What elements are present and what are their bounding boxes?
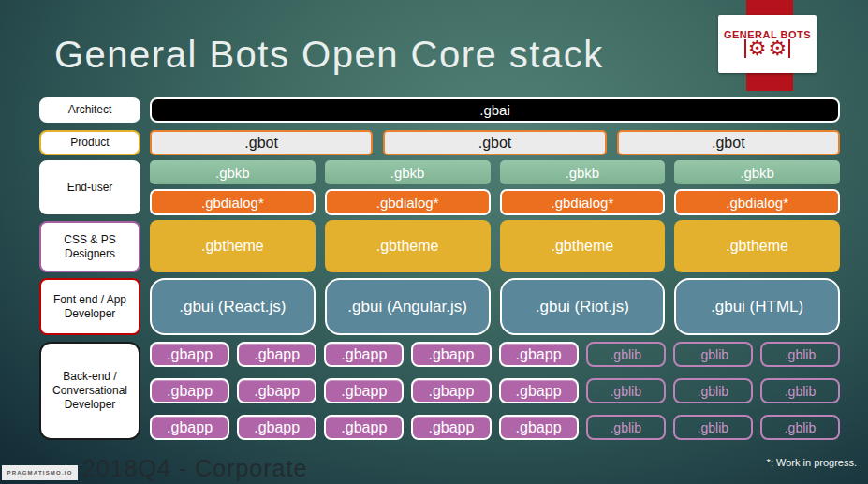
gbkb-row: .gbkb.gbkb.gbkb.gbkb: [150, 160, 840, 184]
gear-bar-left-icon: [744, 39, 746, 58]
gbkb-box: .gbkb: [674, 160, 840, 184]
gblib-box: .gblib: [586, 342, 666, 367]
gbtheme-box: .gbtheme: [150, 220, 316, 272]
gbui-box: .gbui (Angular.js): [325, 278, 491, 335]
gblib-box: .gblib: [586, 378, 666, 403]
gbdialog-box: .gbdialog*: [674, 189, 840, 215]
gbapp-box: .gbapp: [150, 415, 229, 440]
gbapp-row-1: .gbapp.gbapp.gbapp.gbapp.gbapp.gblib.gbl…: [150, 342, 840, 367]
gbui-box: .gbui (React.js): [150, 278, 316, 335]
gbot-row: .gbot.gbot.gbot: [150, 130, 840, 155]
gbkb-box: .gbkb: [500, 160, 666, 184]
gbdialog-box: .gbdialog*: [150, 189, 316, 215]
work-in-progress-note: *: Work in progress.: [767, 457, 857, 468]
gbapp-box: .gbapp: [411, 415, 491, 440]
gbapp-box: .gbapp: [499, 378, 579, 403]
gbui-box: .gbui (HTML): [674, 278, 840, 335]
footer-caption: 2018Q4 - Corporate: [82, 455, 307, 482]
gbapp-box: .gbapp: [411, 378, 491, 403]
gbdialog-row: .gbdialog*.gbdialog*.gbdialog*.gbdialog*: [150, 189, 840, 215]
general-bots-logo: GENERAL BOTS ⚙⚙: [718, 15, 817, 73]
gbapp-box: .gbapp: [324, 378, 404, 403]
gear-icon: ⚙: [748, 38, 767, 59]
gbapp-box: .gbapp: [150, 378, 229, 403]
role-label-frontend-app-developer: Font end / App Developer: [39, 278, 140, 335]
gbkb-box: .gbkb: [150, 160, 316, 184]
gblib-box: .gblib: [673, 342, 753, 367]
gbapp-box: .gbapp: [411, 342, 491, 367]
gblib-box: .gblib: [760, 342, 840, 367]
gbdialog-box: .gbdialog*: [500, 189, 666, 215]
gbai-row: .gbai: [150, 97, 840, 123]
role-label-end-user: End-user: [39, 160, 140, 214]
gbapp-box: .gbapp: [499, 415, 579, 440]
gbot-box: .gbot: [383, 130, 606, 155]
gbdialog-box: .gbdialog*: [325, 189, 491, 215]
gbtheme-row: .gbtheme.gbtheme.gbtheme.gbtheme: [150, 220, 840, 272]
gear-bar-right-icon: [788, 39, 790, 58]
role-label-backend-conversational-developer: Back-end / Conversational Developer: [39, 342, 140, 440]
gbapp-box: .gbapp: [499, 342, 579, 367]
gblib-box: .gblib: [673, 415, 753, 440]
role-label-css-ps-designers: CSS & PS Designers: [39, 221, 140, 272]
gbtheme-box: .gbtheme: [325, 220, 491, 272]
gbui-row: .gbui (React.js).gbui (Angular.js).gbui …: [150, 278, 840, 335]
pragmatismo-logo: PRAGMATISMO.IO: [2, 465, 78, 480]
gbapp-row-3: .gbapp.gbapp.gbapp.gbapp.gbapp.gblib.gbl…: [150, 415, 840, 440]
role-label-architect: Architect: [39, 97, 140, 123]
slide: GENERAL BOTS ⚙⚙ General Bots Open Core s…: [0, 0, 868, 484]
gblib-box: .gblib: [760, 378, 840, 403]
page-title: General Bots Open Core stack: [54, 34, 604, 76]
gbai-box: .gbai: [150, 97, 840, 123]
gbapp-box: .gbapp: [237, 415, 316, 440]
gbapp-box: .gbapp: [150, 342, 229, 367]
gbtheme-box: .gbtheme: [674, 220, 840, 272]
gbui-box: .gbui (Riot.js): [500, 278, 666, 335]
gbapp-box: .gbapp: [324, 415, 404, 440]
role-label-product: Product: [39, 130, 140, 155]
gbot-box: .gbot: [617, 130, 840, 155]
gbapp-box: .gbapp: [237, 378, 316, 403]
gbapp-row-2: .gbapp.gbapp.gbapp.gbapp.gbapp.gblib.gbl…: [150, 378, 840, 403]
gblib-box: .gblib: [673, 378, 753, 403]
gblib-box: .gblib: [586, 415, 666, 440]
gbtheme-box: .gbtheme: [500, 220, 666, 272]
gbkb-box: .gbkb: [325, 160, 491, 184]
gears-icon: ⚙⚙: [744, 38, 790, 59]
gbapp-box: .gbapp: [237, 342, 316, 367]
gbapp-box: .gbapp: [324, 342, 404, 367]
gbot-box: .gbot: [150, 130, 373, 155]
gear-icon: ⚙: [769, 38, 787, 59]
gblib-box: .gblib: [760, 415, 840, 440]
